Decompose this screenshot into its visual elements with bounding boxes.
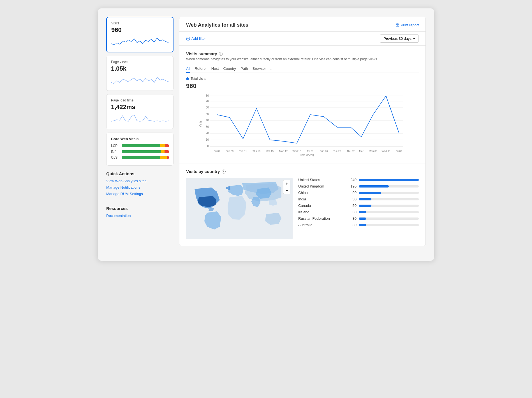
page-views-card[interactable]: Page views 1.05k (106, 56, 174, 91)
add-filter-button[interactable]: Add filter (186, 36, 206, 41)
country-row-uk: United Kingdom 120 (298, 184, 419, 188)
svg-text:Wed 05: Wed 05 (382, 150, 390, 152)
tab-more[interactable]: ... (270, 65, 274, 73)
country-bar-fill-us (359, 179, 419, 181)
visits-chart: Visits (186, 93, 419, 158)
filter-row: Add filter Previous 30 days ▾ (179, 32, 425, 46)
vital-bar-inp-red (165, 150, 169, 153)
svg-text:Fri 07: Fri 07 (214, 150, 220, 152)
legend-label: Total visits (191, 77, 206, 81)
visits-chart-container: Visits (186, 93, 419, 158)
country-section-title: Visits by country i (186, 169, 419, 174)
tab-all[interactable]: All (186, 65, 190, 73)
vital-label-cls: CLS (111, 156, 119, 159)
vital-bar-inp (122, 150, 169, 153)
country-row-in: India 50 (298, 197, 419, 201)
svg-text:Time (local): Time (local) (299, 154, 314, 157)
vital-bar-inp-green (122, 150, 161, 153)
vital-bar-cls-red (167, 156, 169, 159)
country-name-uk: United Kingdom (298, 184, 343, 188)
print-report-label: Print report (401, 23, 419, 27)
view-sites-link[interactable]: View Web Analytics sites (106, 179, 174, 183)
country-row-ca: Canada 50 (298, 203, 419, 208)
printer-icon (395, 23, 399, 27)
svg-text:Wed 19: Wed 19 (293, 150, 301, 152)
country-row-ru: Russian Federation 30 (298, 216, 419, 221)
country-bar-bg-uk (359, 185, 419, 188)
quick-actions: Quick Actions View Web Analytics sites M… (106, 169, 174, 200)
page-views-sparkline (111, 75, 169, 86)
country-name-ie: Ireland (298, 210, 343, 214)
svg-text:60: 60 (206, 106, 209, 109)
page-load-value: 1,422ms (111, 103, 169, 111)
svg-text:Visits: Visits (199, 121, 202, 127)
chevron-down-icon: ▾ (413, 36, 415, 41)
resources-section: Resources Documentation (106, 204, 174, 220)
vital-bar-inp-orange (161, 150, 164, 153)
map-zoom-in-button[interactable]: + (283, 180, 290, 187)
visits-summary-info-icon[interactable]: i (219, 52, 223, 56)
vital-bar-cls (122, 156, 169, 159)
tab-host[interactable]: Host (211, 65, 219, 73)
svg-text:20: 20 (206, 132, 209, 135)
tab-referer[interactable]: Referer (195, 65, 207, 73)
country-name-ca: Canada (298, 203, 343, 208)
add-filter-label: Add filter (191, 36, 206, 41)
visits-by-country-section: Visits by country i (179, 163, 425, 246)
visits-card[interactable]: Visits 960 (106, 17, 174, 52)
map-zoom-out-button[interactable]: − (283, 187, 290, 194)
svg-text:30: 30 (206, 125, 209, 128)
documentation-link[interactable]: Documentation (106, 214, 131, 218)
visits-summary-section: Visits summary i When someone navigates … (179, 46, 425, 163)
manage-notifications-link[interactable]: Manage Notifications (106, 185, 174, 189)
visits-label: Visits (111, 21, 168, 25)
quick-actions-title: Quick Actions (106, 171, 174, 176)
legend-dot (186, 77, 189, 80)
world-map-svg (186, 178, 293, 239)
svg-text:50: 50 (206, 112, 209, 115)
vital-bar-lcp-red (165, 144, 169, 147)
country-layout: + − United States 240 (186, 178, 419, 240)
svg-text:Mon 03: Mon 03 (369, 150, 377, 152)
country-name-cn: China (298, 191, 343, 195)
print-report-button[interactable]: Print report (395, 23, 419, 27)
vital-label-inp: INP (111, 150, 119, 154)
visits-tabs: All Referer Host Country Path Browser ..… (186, 64, 419, 73)
outer-container: Visits 960 Page views 1.05k Page load ti… (98, 8, 434, 261)
plus-circle-icon (186, 37, 190, 41)
main-layout: Visits 960 Page views 1.05k Page load ti… (106, 17, 426, 246)
page-load-time-card[interactable]: Page load time 1,422ms (106, 94, 174, 129)
country-bar-fill-ca (359, 205, 371, 207)
sidebar: Visits 960 Page views 1.05k Page load ti… (106, 17, 174, 246)
tab-path[interactable]: Path (240, 65, 248, 73)
svg-text:Thu 27: Thu 27 (347, 150, 355, 152)
country-bar-bg-ie (359, 211, 419, 213)
vital-row-cls: CLS (111, 156, 169, 159)
manage-rum-link[interactable]: Manage RUM Settings (106, 192, 174, 196)
country-name-au: Australia (298, 223, 343, 227)
country-row-us: United States 240 (298, 178, 419, 182)
svg-text:70: 70 (206, 100, 209, 103)
svg-text:0: 0 (207, 145, 209, 148)
country-info-icon[interactable]: i (222, 170, 226, 173)
svg-rect-2 (397, 26, 398, 26)
svg-text:Sat 15: Sat 15 (266, 150, 274, 152)
svg-rect-1 (397, 24, 398, 25)
page-load-sparkline (111, 113, 169, 124)
country-row-cn: China 90 (298, 191, 419, 195)
vital-bar-cls-orange (160, 156, 167, 159)
country-row-ie: Ireland 30 (298, 210, 419, 214)
country-name-us: United States (298, 178, 343, 182)
core-vitals-title: Core Web Vitals (111, 137, 169, 141)
vital-row-inp: INP (111, 150, 169, 154)
date-range-button[interactable]: Previous 30 days ▾ (380, 34, 419, 43)
main-title: Web Analytics for all sites (186, 22, 248, 28)
svg-text:Mon 17: Mon 17 (279, 150, 288, 152)
svg-text:Fri 07: Fri 07 (395, 150, 402, 152)
country-bar-fill-ru (359, 217, 366, 220)
svg-text:40: 40 (206, 119, 209, 122)
country-bar-bg-ru (359, 217, 419, 220)
tab-browser[interactable]: Browser (253, 65, 266, 73)
vital-label-lcp: LCP (111, 144, 119, 148)
tab-country[interactable]: Country (223, 65, 236, 73)
